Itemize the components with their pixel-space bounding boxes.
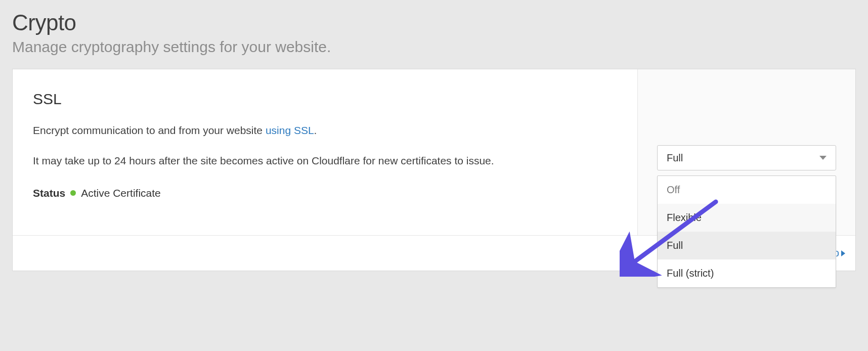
ssl-mode-option-off[interactable]: Off — [658, 176, 836, 204]
ssl-desc-link[interactable]: using SSL — [266, 124, 314, 136]
chevron-down-icon — [819, 156, 827, 160]
ssl-description: Encrypt communication to and from your w… — [33, 123, 539, 138]
page-subtitle: Manage cryptography settings for your we… — [12, 38, 856, 56]
ssl-status-text: Active Certificate — [81, 187, 161, 199]
page-title: Crypto — [12, 10, 856, 35]
ssl-mode-select-button[interactable]: Full — [657, 145, 836, 170]
ssl-card-control: Full Off Flexible Full Full (strict) — [638, 69, 855, 271]
ssl-mode-menu: Off Flexible Full Full (strict) — [657, 176, 836, 288]
chevron-right-icon — [841, 250, 845, 256]
status-dot-icon — [70, 190, 76, 196]
ssl-status-row: Status Active Certificate — [33, 187, 617, 199]
ssl-note: It may take up to 24 hours after the sit… — [33, 153, 539, 168]
ssl-mode-select: Full Off Flexible Full Full (strict) — [657, 145, 836, 170]
ssl-desc-suffix: . — [314, 124, 317, 136]
ssl-mode-option-full-strict[interactable]: Full (strict) — [658, 259, 836, 287]
ssl-heading: SSL — [33, 91, 617, 108]
ssl-mode-option-full[interactable]: Full — [658, 232, 836, 259]
ssl-mode-selected-label: Full — [667, 152, 683, 164]
ssl-mode-option-flexible[interactable]: Flexible — [658, 204, 836, 232]
ssl-status-label: Status — [33, 187, 65, 199]
ssl-card: SSL Encrypt communication to and from yo… — [12, 69, 856, 271]
ssl-desc-prefix: Encrypt communication to and from your w… — [33, 124, 266, 136]
